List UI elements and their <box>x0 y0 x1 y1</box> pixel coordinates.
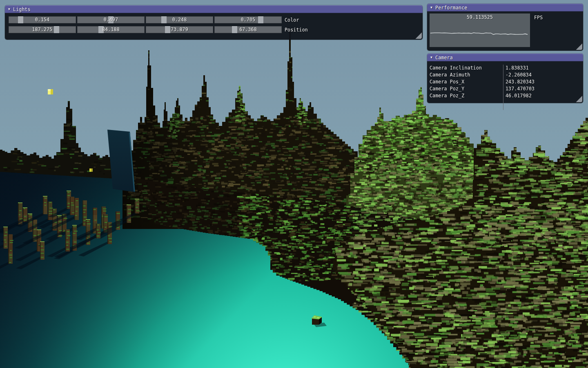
app-window: ▼ Lights 0.154 0.497 0.248 0.7 <box>0 0 588 368</box>
camera-row-pos-z: Camera Poz_Z 46.017982 <box>427 92 583 99</box>
row-label: Camera Poz_Y <box>430 85 501 92</box>
camera-row-pos-y: Camera Poz_Y 137.470703 <box>427 85 583 92</box>
slider-value: 0.497 <box>77 16 145 23</box>
camera-panel-body: Camera Inclination 1.838331 Camera Azimu… <box>427 61 583 99</box>
row-value: 243.820343 <box>501 79 535 85</box>
collapse-icon[interactable]: ▼ <box>430 4 432 11</box>
light-pos-x-slider[interactable]: 187.275 <box>9 26 76 33</box>
slider-value: 84.188 <box>77 26 145 33</box>
light-position-row: 187.275 84.188 73.879 67.368 Position <box>9 26 423 33</box>
slider-value: 187.275 <box>9 26 76 33</box>
lights-panel-body: 0.154 0.497 0.248 0.705 Color <box>5 13 423 33</box>
resize-grip[interactable] <box>575 43 582 50</box>
camera-panel-title: Camera <box>435 55 453 61</box>
slider-value: 73.879 <box>146 26 213 33</box>
light-pos-y-slider[interactable]: 84.188 <box>77 26 145 33</box>
row-label: Camera Poz_Z <box>430 92 501 99</box>
row-label: Camera Inclination <box>430 65 501 72</box>
camera-row-inclination: Camera Inclination 1.838331 <box>427 65 583 72</box>
fps-value: 59.113525 <box>430 14 530 20</box>
light-color-g-slider[interactable]: 0.497 <box>77 16 145 23</box>
row-label: Camera Azimuth <box>430 72 501 79</box>
camera-row-pos-x: Camera Pos_X 243.820343 <box>427 79 583 85</box>
camera-panel-header[interactable]: ▼ Camera <box>427 54 583 61</box>
color-row-label: Color <box>285 17 299 23</box>
position-row-label: Position <box>285 27 308 33</box>
lights-panel-title: Lights <box>13 7 31 12</box>
lights-panel-header[interactable]: ▼ Lights <box>5 5 423 13</box>
collapse-icon[interactable]: ▼ <box>430 54 432 61</box>
lights-panel: ▼ Lights 0.154 0.497 0.248 0.7 <box>5 5 423 40</box>
performance-panel-header[interactable]: ▼ Performance <box>427 4 583 11</box>
light-pos-z-slider[interactable]: 73.879 <box>146 26 213 33</box>
slider-value: 67.368 <box>214 26 282 33</box>
column-separator <box>503 65 503 110</box>
slider-value: 0.705 <box>214 16 282 23</box>
row-value: 46.017982 <box>501 92 532 99</box>
light-color-a-slider[interactable]: 0.705 <box>214 16 282 23</box>
collapse-icon[interactable]: ▼ <box>8 5 10 13</box>
slider-value: 0.248 <box>146 16 213 23</box>
light-color-r-slider[interactable]: 0.154 <box>9 16 76 23</box>
row-value: 137.470703 <box>501 85 535 92</box>
row-value: 1.838331 <box>501 65 529 72</box>
camera-panel: ▼ Camera Camera Inclination 1.838331 Cam… <box>427 54 583 103</box>
light-color-b-slider[interactable]: 0.248 <box>146 16 213 23</box>
light-color-row: 0.154 0.497 0.248 0.705 Color <box>9 16 423 23</box>
fps-graph[interactable]: 59.113525 <box>430 13 530 47</box>
row-value: -2.260834 <box>501 72 532 79</box>
slider-value: 0.154 <box>9 16 76 23</box>
performance-panel-title: Performance <box>435 5 467 11</box>
performance-panel: ▼ Performance 59.113525 FPS <box>427 4 583 51</box>
camera-row-azimuth: Camera Azimuth -2.260834 <box>427 72 583 79</box>
row-label: Camera Pos_X <box>430 79 501 85</box>
fps-label: FPS <box>534 15 543 20</box>
light-pos-w-slider[interactable]: 67.368 <box>214 26 282 33</box>
